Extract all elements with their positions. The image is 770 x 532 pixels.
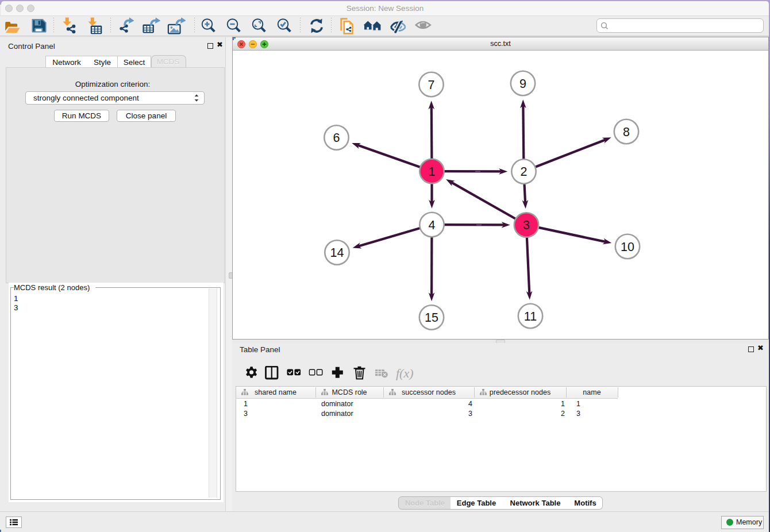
svg-text:6: 6 <box>333 131 340 145</box>
svg-text:f(x): f(x) <box>396 366 414 380</box>
svg-text:15: 15 <box>425 311 438 325</box>
svg-text:7: 7 <box>428 78 435 92</box>
svg-text:1: 1 <box>429 165 436 179</box>
svg-text:8: 8 <box>623 125 630 139</box>
svg-text:11: 11 <box>524 310 537 323</box>
svg-text:10: 10 <box>621 240 634 254</box>
svg-text:3: 3 <box>523 218 530 232</box>
svg-text:4: 4 <box>429 218 436 232</box>
svg-text:9: 9 <box>519 77 526 91</box>
svg-text:2: 2 <box>521 165 528 179</box>
svg-text:14: 14 <box>330 246 344 260</box>
